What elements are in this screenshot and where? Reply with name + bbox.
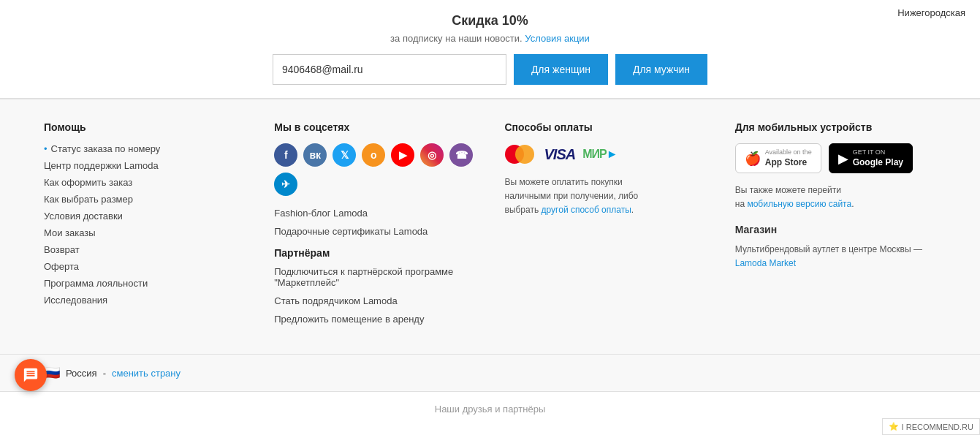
cash-link[interactable]: другой способ оплаты xyxy=(542,205,631,215)
google-play-icon: ▶ xyxy=(838,151,848,167)
help-item-4[interactable]: Как выбрать размер xyxy=(44,194,245,205)
footer-col-payment: Способы оплаты VISA МИР► Вы можете оплат… xyxy=(505,121,706,332)
btn-men[interactable]: Для мужчин xyxy=(615,54,707,85)
footer-bottom: Наши друзья и партнёры xyxy=(0,391,980,426)
apple-icon: 🍎 xyxy=(745,151,761,167)
mobile-text: Вы также можете перейти на мобильную вер… xyxy=(735,184,936,211)
payment-text: Вы можете оплатить покупки наличными при… xyxy=(505,175,706,218)
footer-col-social: Мы в соцсетях f вк 𝕏 о ▶ ◎ ☎ ✈ Fashion-б… xyxy=(274,121,475,332)
btn-women[interactable]: Для женщин xyxy=(514,54,608,85)
discount-form: Для женщин Для мужчин xyxy=(15,54,965,85)
app-buttons: 🍎 Available on the App Store ▶ GET IT ON… xyxy=(735,143,936,173)
help-item-10[interactable]: Исследования xyxy=(44,295,245,306)
top-region: Нижегородская xyxy=(897,7,965,18)
app-store-label: Available on the App Store xyxy=(765,148,812,168)
telegram-icon[interactable]: ✈ xyxy=(274,173,297,196)
recommend-text: I RECOMMEND.RU xyxy=(902,423,973,427)
social-icons: f вк 𝕏 о ▶ ◎ ☎ ✈ xyxy=(274,143,475,196)
footer-main: Помощь Статус заказа по номеру Центр под… xyxy=(0,99,980,354)
help-title: Помощь xyxy=(44,121,245,133)
payment-icons: VISA МИР► xyxy=(505,143,706,165)
viber-icon[interactable]: ☎ xyxy=(449,143,473,167)
visa-icon: VISA xyxy=(544,146,576,163)
google-play-label: GET IT ON Google Play xyxy=(853,148,903,168)
payment-text-2: наличными при получении, либо xyxy=(505,191,639,201)
blog-link[interactable]: Fashion-блог Lamoda xyxy=(274,208,475,219)
google-play-btn[interactable]: ▶ GET IT ON Google Play xyxy=(829,143,913,173)
instagram-icon[interactable]: ◎ xyxy=(420,143,444,167)
partner-link-1[interactable]: Подключиться к партнёрской программе "Ма… xyxy=(274,266,475,288)
payment-text-1: Вы можете оплатить покупки xyxy=(505,177,623,187)
help-item-7[interactable]: Возврат xyxy=(44,244,245,255)
discount-subtitle: за подписку на наши новости. Условия акц… xyxy=(15,33,965,44)
facebook-icon[interactable]: f xyxy=(274,143,297,167)
shop-text-content: Мультибрендовый аутлет в центре Москвы — xyxy=(735,244,922,254)
email-input[interactable] xyxy=(273,54,506,85)
ok-icon[interactable]: о xyxy=(362,143,385,167)
help-item-5[interactable]: Условия доставки xyxy=(44,211,245,222)
recommend-icon: ⭐ xyxy=(889,422,899,426)
country-row: 🇷🇺 Россия - сменить страну xyxy=(0,354,980,391)
discount-section: Скидка 10% за подписку на наши новости. … xyxy=(0,0,980,99)
also-text: Вы также можете перейти xyxy=(735,185,841,195)
mobile-link-pre: на xyxy=(735,199,745,209)
country-name: Россия xyxy=(66,368,97,379)
gifts-link[interactable]: Подарочные сертификаты Lamoda xyxy=(274,226,475,237)
twitter-icon[interactable]: 𝕏 xyxy=(333,143,356,167)
help-item-2[interactable]: Центр поддержки Lamoda xyxy=(44,160,245,171)
mobile-title: Для мобильных устройств xyxy=(735,121,936,133)
help-list: Статус заказа по номеру Центр поддержки … xyxy=(44,143,245,306)
promo-link[interactable]: Условия акции xyxy=(525,33,590,44)
chat-icon xyxy=(23,367,39,383)
help-item-1[interactable]: Статус заказа по номеру xyxy=(44,143,245,154)
change-country-link[interactable]: сменить страну xyxy=(112,368,181,379)
shop-text: Мультибрендовый аутлет в центре Москвы —… xyxy=(735,243,936,271)
discount-subtitle-text: за подписку на наши новости. xyxy=(390,33,523,44)
footer-bottom-text: Наши друзья и партнёры xyxy=(435,404,546,415)
help-item-3[interactable]: Как оформить заказ xyxy=(44,177,245,188)
shop-title: Магазин xyxy=(735,224,936,235)
payment-text-3: выбрать xyxy=(505,205,539,215)
mobile-version-link[interactable]: мобильную версию сайта xyxy=(747,199,851,209)
footer-col-mobile: Для мобильных устройств 🍎 Available on t… xyxy=(735,121,936,332)
discount-title: Скидка 10% xyxy=(15,13,965,29)
social-title: Мы в соцсетях xyxy=(274,121,475,133)
help-item-6[interactable]: Мои заказы xyxy=(44,227,245,238)
youtube-icon[interactable]: ▶ xyxy=(391,143,414,167)
chat-button[interactable] xyxy=(15,359,47,391)
help-item-9[interactable]: Программа лояльности xyxy=(44,278,245,289)
footer-col-help: Помощь Статус заказа по номеру Центр под… xyxy=(44,121,245,332)
mir-icon: МИР► xyxy=(582,148,617,161)
partner-link-3[interactable]: Предложить помещение в аренду xyxy=(274,314,475,325)
vk-icon[interactable]: вк xyxy=(303,143,327,167)
partners-title: Партнёрам xyxy=(274,247,475,259)
payment-title: Способы оплаты xyxy=(505,121,706,133)
app-store-btn[interactable]: 🍎 Available on the App Store xyxy=(735,143,821,173)
recommend-badge: ⭐ I RECOMMEND.RU xyxy=(882,418,980,426)
partner-link-2[interactable]: Стать подрядчиком Lamoda xyxy=(274,295,475,306)
help-item-8[interactable]: Оферта xyxy=(44,261,245,272)
mastercard-icon xyxy=(505,143,537,165)
lamoda-market-link[interactable]: Lamoda Market xyxy=(735,258,796,268)
